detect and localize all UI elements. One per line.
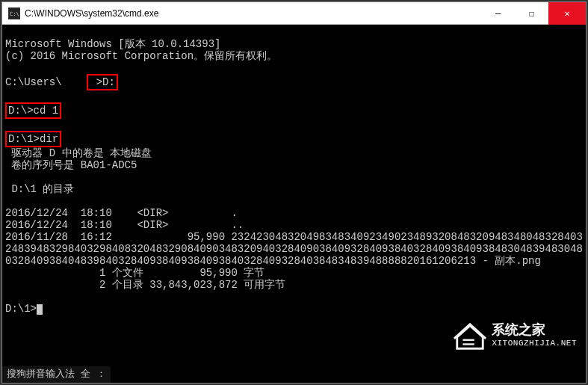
- house-icon: [453, 318, 487, 353]
- watermark: 系统之家 XITONGZHIJIA.NET: [453, 318, 577, 353]
- highlighted-command: D:\1>dir: [5, 131, 61, 147]
- header-line: Microsoft Windows [版本 10.0.14393]: [5, 38, 583, 50]
- minimize-button[interactable]: —: [481, 2, 515, 25]
- dir-of-line: D:\1 的目录: [5, 183, 583, 195]
- dir-row: 2016/11/28 16:12 95,990 2324230483204983…: [5, 231, 583, 267]
- ime-status-bar: 搜狗拼音输入法 全 ：: [2, 366, 111, 383]
- summary-line: 2 个目录 33,843,023,872 可用字节: [5, 279, 583, 291]
- watermark-url: XITONGZHIJIA.NET: [492, 339, 577, 348]
- window-title: C:\WINDOWS\system32\cmd.exe: [25, 8, 158, 19]
- titlebar[interactable]: C:\ C:\WINDOWS\system32\cmd.exe — ☐ ✕: [2, 2, 586, 25]
- volume-line: 驱动器 D 中的卷是 本地磁盘: [5, 147, 583, 159]
- summary-line: 1 个文件 95,990 字节: [5, 267, 583, 279]
- app-icon: C:\: [8, 7, 20, 19]
- terminal-output[interactable]: Microsoft Windows [版本 10.0.14393](c) 201…: [2, 25, 586, 383]
- highlighted-command: >D:: [87, 74, 118, 90]
- maximize-button[interactable]: ☐: [515, 2, 548, 25]
- window-controls: — ☐ ✕: [481, 2, 586, 25]
- prompt-text: D:\1>: [5, 303, 37, 315]
- cmd-text: cd 1: [34, 105, 59, 117]
- highlighted-command: D:\>cd 1: [5, 102, 61, 119]
- cmd-text: dir: [40, 133, 58, 145]
- prompt-prefix: D:\1>: [8, 133, 40, 145]
- prompt-prefix: C:\Users\: [5, 76, 87, 88]
- dir-row: 2016/12/24 18:10 <DIR> ..: [5, 219, 583, 231]
- header-line: (c) 2016 Microsoft Corporation。保留所有权利。: [5, 50, 583, 62]
- prompt-line: C:\Users\ >D:: [5, 74, 583, 90]
- svg-text:C:\: C:\: [10, 11, 19, 17]
- current-prompt: D:\1>: [5, 303, 583, 315]
- dir-row: 2016/12/24 18:10 <DIR> .: [5, 207, 583, 219]
- watermark-text: 系统之家 XITONGZHIJIA.NET: [492, 324, 577, 348]
- prompt-prefix: D:\>: [8, 105, 34, 117]
- cursor: [37, 304, 43, 315]
- volume-line: 卷的序列号是 BA01-ADC5: [5, 159, 583, 171]
- ime-text: 搜狗拼音输入法 全 ：: [7, 369, 106, 381]
- cmd-window: C:\ C:\WINDOWS\system32\cmd.exe — ☐ ✕ Mi…: [1, 1, 587, 384]
- close-button[interactable]: ✕: [548, 2, 586, 25]
- watermark-title: 系统之家: [492, 324, 577, 339]
- prompt-line: D:\1>dir: [5, 131, 583, 147]
- prompt-line: D:\>cd 1: [5, 102, 583, 119]
